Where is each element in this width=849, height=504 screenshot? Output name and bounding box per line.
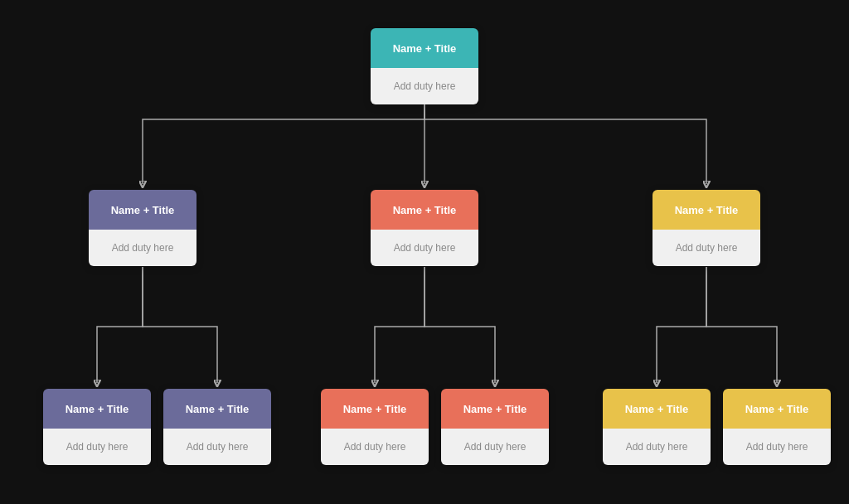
node-root[interactable]: Name + Title Add duty here (371, 28, 478, 104)
node-leaf-ll-label: Name + Title (65, 403, 129, 415)
node-mid-left-header: Name + Title (89, 190, 196, 230)
node-leaf-cl-body: Add duty here (321, 429, 429, 465)
node-leaf-rl-body: Add duty here (603, 429, 711, 465)
node-leaf-rr[interactable]: Name + Title Add duty here (723, 389, 831, 465)
node-leaf-ll-body: Add duty here (43, 429, 151, 465)
node-leaf-cl-header: Name + Title (321, 389, 429, 429)
org-chart: Name + Title Add duty here Name + Title … (27, 12, 822, 492)
node-leaf-lr-label: Name + Title (186, 403, 250, 415)
node-mid-center-duty: Add duty here (394, 242, 456, 254)
node-leaf-cl-label: Name + Title (343, 403, 407, 415)
node-leaf-rr-label: Name + Title (745, 403, 809, 415)
node-leaf-rl-duty: Add duty here (626, 441, 688, 453)
node-mid-left[interactable]: Name + Title Add duty here (89, 190, 196, 266)
node-leaf-lr-duty: Add duty here (187, 441, 249, 453)
node-leaf-lr-header: Name + Title (163, 389, 271, 429)
node-leaf-ll-duty: Add duty here (66, 441, 129, 453)
node-leaf-cr[interactable]: Name + Title Add duty here (441, 389, 549, 465)
node-leaf-cl[interactable]: Name + Title Add duty here (321, 389, 429, 465)
node-root-header: Name + Title (371, 28, 478, 68)
node-mid-right-header: Name + Title (653, 190, 760, 230)
node-leaf-rl-label: Name + Title (625, 403, 689, 415)
node-mid-right-body: Add duty here (653, 230, 760, 266)
node-leaf-cr-label: Name + Title (463, 403, 527, 415)
node-leaf-cr-body: Add duty here (441, 429, 549, 465)
node-root-body: Add duty here (371, 68, 478, 104)
node-leaf-rr-header: Name + Title (723, 389, 831, 429)
node-leaf-cr-duty: Add duty here (464, 441, 526, 453)
node-root-label: Name + Title (393, 42, 457, 55)
node-mid-left-body: Add duty here (89, 230, 196, 266)
node-leaf-ll[interactable]: Name + Title Add duty here (43, 389, 151, 465)
node-leaf-ll-header: Name + Title (43, 389, 151, 429)
node-leaf-lr[interactable]: Name + Title Add duty here (163, 389, 271, 465)
node-leaf-rl-header: Name + Title (603, 389, 711, 429)
node-leaf-rl[interactable]: Name + Title Add duty here (603, 389, 711, 465)
node-mid-center-header: Name + Title (371, 190, 478, 230)
node-mid-right[interactable]: Name + Title Add duty here (653, 190, 760, 266)
node-leaf-rr-body: Add duty here (723, 429, 831, 465)
node-mid-center-body: Add duty here (371, 230, 478, 266)
node-mid-right-duty: Add duty here (676, 242, 738, 254)
node-root-duty: Add duty here (394, 80, 456, 92)
node-mid-left-label: Name + Title (111, 204, 175, 216)
node-mid-left-duty: Add duty here (112, 242, 174, 254)
node-leaf-rr-duty: Add duty here (746, 441, 808, 453)
node-mid-center-label: Name + Title (393, 204, 457, 216)
node-mid-center[interactable]: Name + Title Add duty here (371, 190, 478, 266)
node-mid-right-label: Name + Title (675, 204, 739, 216)
node-leaf-cl-duty: Add duty here (344, 441, 406, 453)
node-leaf-cr-header: Name + Title (441, 389, 549, 429)
node-leaf-lr-body: Add duty here (163, 429, 271, 465)
